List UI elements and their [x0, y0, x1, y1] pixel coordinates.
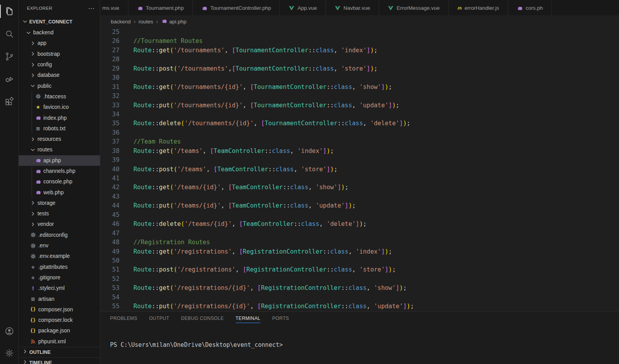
section-timeline[interactable]: TIMELINE — [19, 357, 100, 364]
section-outline[interactable]: OUTLINE — [19, 347, 100, 357]
code-line[interactable]: 46Route::delete('/teams/{id}', [TeamCont… — [100, 220, 619, 229]
run-debug-icon[interactable] — [0, 68, 18, 91]
code-line[interactable]: 37//Team Routes — [100, 137, 619, 146]
tree-folder-storage[interactable]: storage — [19, 198, 100, 208]
tab-errorhandler-js[interactable]: JSerrorHandler.js — [449, 0, 508, 16]
tab-app-vue[interactable]: App.vue — [280, 0, 326, 16]
tree-file-composer-json[interactable]: {}composer.json — [19, 304, 100, 315]
tab-tournamentcontroller-php[interactable]: TournamentController.php — [193, 0, 280, 16]
tree-file-gitattributes[interactable]: ◆.gitattributes — [19, 262, 100, 272]
code-line[interactable]: 32 — [100, 92, 619, 101]
code-line[interactable]: 41 — [100, 174, 619, 183]
extensions-icon[interactable] — [0, 91, 18, 113]
chevron-right-icon — [29, 211, 36, 217]
tab-tournament-php[interactable]: Tournament.php — [128, 0, 193, 16]
explorer-icon[interactable] — [0, 0, 18, 23]
breadcrumb-backend[interactable]: backend — [111, 19, 131, 25]
code-editor[interactable]: 2526//Tournament Routes27Route::get('/to… — [100, 27, 619, 311]
tree-file-env-example[interactable]: .env.example — [19, 251, 100, 261]
code-line[interactable]: 50 — [100, 256, 619, 265]
account-icon[interactable] — [0, 320, 18, 342]
tree-folder-config[interactable]: config — [19, 59, 100, 70]
line-number: 41 — [100, 174, 119, 183]
code-line[interactable]: 30 — [100, 73, 619, 82]
code-line[interactable]: 35Route::delete('/tournaments/{id}', [To… — [100, 119, 619, 128]
tab-navbar-vue[interactable]: Navbar.vue — [326, 0, 379, 16]
code-line[interactable]: 48//Registration Routes — [100, 238, 619, 247]
code-line[interactable]: 39 — [100, 156, 619, 165]
code-line[interactable]: 36 — [100, 128, 619, 137]
tab-ms-vue[interactable]: ms.vue — [100, 0, 128, 16]
code-line[interactable]: 26//Tournament Routes — [100, 37, 619, 46]
code-line[interactable]: 53Route::get('/registrations/{id}', [Reg… — [100, 284, 619, 293]
php-file-icon — [517, 5, 523, 11]
settings-gear-icon[interactable] — [0, 342, 18, 364]
more-actions-icon[interactable]: ⋯ — [88, 5, 94, 12]
code-line[interactable]: 45 — [100, 211, 619, 220]
line-number: 27 — [100, 46, 119, 55]
chevron-right-icon — [29, 72, 36, 78]
terminal[interactable]: PS C:\Users\milan\OneDrive\Desktop\event… — [100, 325, 619, 364]
tree-file-channels-php[interactable]: channels.php — [19, 166, 100, 176]
code-line[interactable]: 29Route::post('/tournaments',[Tournament… — [100, 64, 619, 73]
tree-file-index-php[interactable]: index.php — [19, 112, 100, 123]
panel-tab-problems[interactable]: PROBLEMS — [110, 312, 137, 325]
code-line[interactable]: 27Route::get('/tournaments', [Tournament… — [100, 46, 619, 55]
code-line[interactable]: 31Route::get('/tournaments/{id}', [Tourn… — [100, 83, 619, 92]
breadcrumb-file[interactable]: api.php — [161, 18, 187, 25]
search-icon[interactable] — [0, 23, 18, 45]
tree-folder-bootstrap[interactable]: bootstrap — [19, 49, 100, 59]
code-line[interactable]: 25 — [100, 28, 619, 37]
sidebar-title: EXPLORER — [27, 6, 52, 11]
tree-file-styleci-yml[interactable]: !.styleci.yml — [19, 283, 100, 293]
tree-folder-backend[interactable]: backend — [19, 27, 100, 38]
tree-file-composer-lock[interactable]: {}composer.lock — [19, 315, 100, 325]
chevron-down-icon — [29, 147, 36, 153]
panel-tab-ports[interactable]: PORTS — [272, 312, 289, 325]
tree-file-web-php[interactable]: web.php — [19, 187, 100, 197]
code-line[interactable]: 33Route::put('/tournaments/{id}', [Tourn… — [100, 101, 619, 110]
tree-folder-vendor[interactable]: vendor — [19, 219, 100, 229]
tree-file-favicon-ico[interactable]: ★favicon.ico — [19, 102, 100, 112]
code-line[interactable]: 47 — [100, 229, 619, 238]
tree-file-console-php[interactable]: console.php — [19, 176, 100, 187]
tree-folder-database[interactable]: database — [19, 70, 100, 80]
tree-folder-tests[interactable]: tests — [19, 208, 100, 219]
code-line[interactable]: 43 — [100, 192, 619, 201]
star-file-icon: ★ — [34, 104, 42, 110]
code-line[interactable]: 40Route::post('/teams', [TeamController:… — [100, 165, 619, 174]
code-line[interactable]: 54 — [100, 293, 619, 302]
tree-folder-public[interactable]: public — [19, 80, 100, 91]
code-line[interactable]: 34 — [100, 110, 619, 119]
breadcrumb-routes[interactable]: routes — [139, 19, 153, 25]
tree-folder-app[interactable]: app — [19, 38, 100, 48]
tree-file-gitignore[interactable]: ◆.gitignore — [19, 272, 100, 283]
tree-folder-routes[interactable]: routes — [19, 144, 100, 155]
project-root-header[interactable]: EVENT_CONNECT — [19, 16, 100, 27]
code-line[interactable]: 52 — [100, 275, 619, 284]
tree-file-phpunit-xml[interactable]: phpunit.xml — [19, 336, 100, 347]
code-line[interactable]: 51Route::post('/registrations', [Registr… — [100, 265, 619, 274]
source-control-icon[interactable] — [0, 45, 18, 68]
code-line[interactable]: 42Route::get('/teams/{id}', [TeamControl… — [100, 183, 619, 192]
panel-tab-output[interactable]: OUTPUT — [149, 312, 169, 325]
tab-cors-ph[interactable]: cors.ph — [508, 0, 552, 16]
tree-file-package-json[interactable]: {}package.json — [19, 325, 100, 336]
tree-file-env[interactable]: .env — [19, 240, 100, 251]
tree-file-artisan[interactable]: ≡artisan — [19, 293, 100, 304]
code-line[interactable]: 38Route::get('/teams', [TeamController::… — [100, 147, 619, 156]
tree-file-robots-txt[interactable]: ≡robots.txt — [19, 123, 100, 134]
code-line[interactable]: 44Route::put('/teams/{id}', [TeamControl… — [100, 201, 619, 210]
tree-folder-resources[interactable]: resources — [19, 134, 100, 144]
chevron-down-icon — [25, 30, 32, 36]
code-line[interactable]: 55Route::put('/registrations/{id}', [Reg… — [100, 302, 619, 311]
panel-tab-debug-console[interactable]: DEBUG CONSOLE — [181, 312, 224, 325]
panel-tab-terminal[interactable]: TERMINAL — [236, 312, 261, 325]
tree-file-api-php[interactable]: api.php — [19, 155, 100, 166]
tree-file-htaccess[interactable]: .htaccess — [19, 91, 100, 102]
tab-errormessage-vue[interactable]: ErrorMessage.vue — [379, 0, 448, 16]
code-line[interactable]: 28 — [100, 55, 619, 64]
line-number: 31 — [100, 83, 119, 92]
code-line[interactable]: 49Route::get('/registrations', [Registra… — [100, 247, 619, 256]
tree-file-editorconfig[interactable]: .editorconfig — [19, 230, 100, 240]
